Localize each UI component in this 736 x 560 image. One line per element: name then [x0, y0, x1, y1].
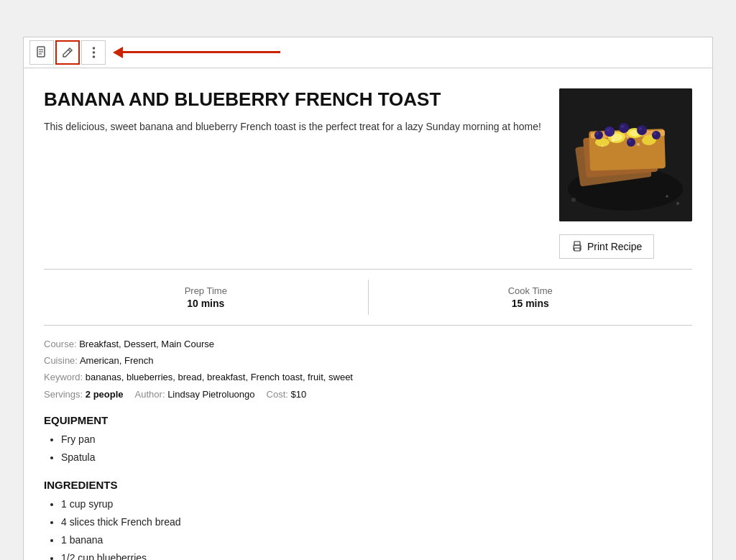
svg-point-28 — [653, 132, 656, 135]
list-item: 1/2 cup blueberries — [61, 549, 692, 560]
svg-point-22 — [607, 129, 610, 132]
divider-1 — [44, 269, 692, 270]
ingredients-list: 1 cup syrup 4 slices thick French bread … — [44, 495, 692, 560]
cook-time-block: Cook Time 15 mins — [368, 280, 693, 315]
servings-label: Servings: — [44, 389, 83, 400]
list-item: Fry pan — [61, 431, 692, 449]
svg-point-21 — [604, 127, 615, 137]
printer-icon — [571, 241, 583, 252]
arrow-indicator — [113, 47, 280, 58]
recipe-card: BANANA AND BLUEBERRY FRENCH TOAST This d… — [24, 68, 712, 560]
recipe-description: This delicious, sweet banana and blueber… — [44, 119, 545, 134]
doc-icon — [36, 46, 47, 59]
svg-rect-42 — [574, 248, 580, 251]
svg-point-30 — [596, 132, 599, 135]
svg-line-4 — [68, 50, 70, 52]
cost-label: Cost: — [267, 389, 288, 400]
keyword-row: Keyword: bananas, blueberries, bread, br… — [44, 369, 692, 385]
course-value: Breakfast, Dessert, Main Course — [79, 339, 214, 349]
list-item: 4 slices thick French bread — [61, 513, 692, 531]
print-recipe-button[interactable]: Print Recipe — [559, 234, 654, 259]
outer-container: BANANA AND BLUEBERRY FRENCH TOAST This d… — [23, 37, 713, 560]
equipment-list: Fry pan Spatula — [44, 431, 692, 467]
cuisine-value: American, French — [80, 355, 154, 366]
more-button[interactable] — [81, 40, 106, 65]
cost-group: Cost: $10 — [267, 386, 307, 403]
servings-author-row: Servings: 2 people Author: Lindsay Pietr… — [44, 386, 692, 403]
svg-point-25 — [637, 125, 647, 135]
more-icon — [92, 46, 96, 59]
time-section: Prep Time 10 mins Cook Time 15 mins — [44, 280, 692, 315]
arrow-line — [122, 51, 280, 53]
svg-point-5 — [92, 47, 95, 50]
prep-time-label: Prep Time — [44, 285, 368, 296]
ingredients-title: INGREDIENTS — [44, 479, 692, 491]
keyword-value: bananas, blueberries, bread, breakfast, … — [86, 372, 353, 382]
svg-point-38 — [676, 202, 679, 205]
cuisine-label: Cuisine: — [44, 355, 78, 366]
servings-group: Servings: 2 people — [44, 386, 124, 403]
svg-point-29 — [594, 131, 603, 139]
svg-point-34 — [627, 136, 629, 138]
svg-point-32 — [628, 139, 631, 142]
svg-point-43 — [579, 246, 581, 247]
svg-point-7 — [92, 55, 95, 58]
edit-button[interactable] — [55, 40, 80, 65]
edit-icon — [62, 47, 73, 58]
svg-point-37 — [571, 198, 576, 202]
list-item: 1 banana — [61, 531, 692, 549]
right-column: Print Recipe — [559, 88, 692, 259]
cost-value: $10 — [291, 389, 307, 400]
recipe-header: BANANA AND BLUEBERRY FRENCH TOAST This d… — [44, 88, 692, 259]
svg-point-26 — [639, 127, 642, 130]
arrow-head — [113, 47, 123, 58]
author-label: Author: — [135, 389, 165, 400]
keyword-label: Keyword: — [44, 372, 83, 382]
svg-point-33 — [612, 139, 615, 142]
meta-section: Course: Breakfast, Dessert, Main Course … — [44, 336, 692, 403]
course-label: Course: — [44, 339, 77, 349]
author-group: Author: Lindsay Pietroluongo — [135, 386, 255, 403]
svg-point-36 — [602, 144, 604, 147]
recipe-image — [559, 88, 692, 221]
toolbar — [24, 37, 712, 68]
equipment-title: EQUIPMENT — [44, 414, 692, 426]
food-svg — [559, 88, 692, 221]
divider-2 — [44, 325, 692, 326]
svg-point-6 — [92, 51, 95, 54]
prep-time-block: Prep Time 10 mins — [44, 280, 368, 315]
svg-point-35 — [637, 143, 640, 146]
recipe-title: BANANA AND BLUEBERRY FRENCH TOAST — [44, 88, 545, 111]
list-item: 1 cup syrup — [61, 495, 692, 513]
doc-button[interactable] — [29, 40, 54, 65]
svg-point-23 — [619, 123, 629, 133]
svg-rect-41 — [574, 242, 580, 245]
recipe-title-block: BANANA AND BLUEBERRY FRENCH TOAST This d… — [44, 88, 559, 134]
cook-time-label: Cook Time — [369, 285, 693, 296]
prep-time-value: 10 mins — [44, 298, 368, 309]
svg-point-39 — [666, 195, 668, 197]
servings-value: 2 people — [86, 389, 124, 400]
page-title-area: SAMPLE RECIPE — [23, 0, 169, 1]
cuisine-row: Cuisine: American, French — [44, 352, 692, 369]
cook-time-value: 15 mins — [369, 298, 693, 309]
course-row: Course: Breakfast, Dessert, Main Course — [44, 336, 692, 352]
svg-point-27 — [652, 131, 661, 139]
list-item: Spatula — [61, 449, 692, 467]
svg-point-24 — [621, 125, 624, 128]
print-recipe-label: Print Recipe — [587, 241, 642, 252]
author-value: Lindsay Pietroluongo — [167, 389, 254, 400]
svg-point-31 — [627, 138, 635, 147]
